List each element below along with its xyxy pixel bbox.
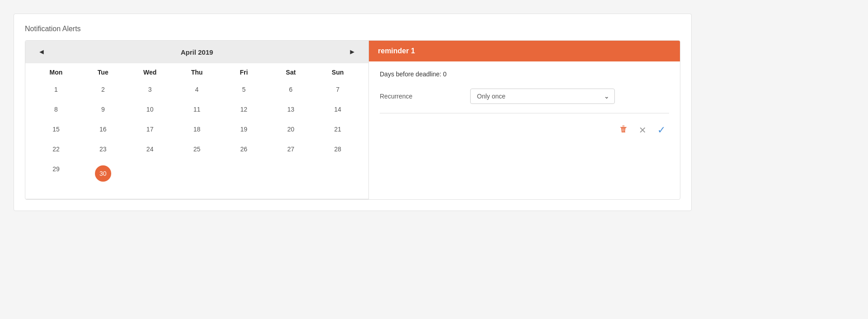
- reminder-actions: ✕ ✓: [380, 122, 669, 138]
- calendar-day-25[interactable]: 25: [174, 139, 221, 159]
- calendar-day-6[interactable]: 6: [267, 80, 314, 99]
- calendar-day-30[interactable]: 30: [80, 159, 127, 188]
- day-name-thu: Thu: [174, 69, 221, 76]
- calendar-day-11[interactable]: 11: [174, 99, 221, 119]
- calendar-day-14[interactable]: 14: [314, 99, 361, 119]
- calendar-day-empty-3: [220, 159, 267, 188]
- day-name-wed: Wed: [127, 69, 174, 76]
- calendar-day-29[interactable]: 29: [33, 159, 80, 188]
- calendar-header: ◄ April 2019 ►: [25, 41, 368, 63]
- main-container: Notification Alerts ◄ April 2019 ► Mon T…: [14, 14, 692, 211]
- calendar-day-28[interactable]: 28: [314, 139, 361, 159]
- calendar-weeks: 1 2 3 4 5 6 7 8 9 10 11 12: [33, 80, 361, 188]
- page-title: Notification Alerts: [25, 25, 680, 33]
- days-before-label: Days before deadline: 0: [380, 70, 447, 78]
- reminder-divider: [380, 113, 669, 113]
- calendar-day-13[interactable]: 13: [267, 99, 314, 119]
- calendar-day-15[interactable]: 15: [33, 119, 80, 139]
- calendar-day-26[interactable]: 26: [220, 139, 267, 159]
- calendar-day-23[interactable]: 23: [80, 139, 127, 159]
- calendar-next-button[interactable]: ►: [345, 46, 359, 58]
- reminder-header: reminder 1: [369, 41, 680, 61]
- calendar-month-title: April 2019: [181, 48, 213, 56]
- highlighted-day: 30: [95, 165, 111, 182]
- calendar-day-8[interactable]: 8: [33, 99, 80, 119]
- calendar-day-empty-1: [127, 159, 174, 188]
- recurrence-select[interactable]: Only once Daily Weekly Monthly: [470, 89, 615, 104]
- calendar-day-7[interactable]: 7: [314, 80, 361, 99]
- svg-rect-0: [620, 127, 627, 128]
- calendar-day-2[interactable]: 2: [80, 80, 127, 99]
- confirm-button[interactable]: ✓: [656, 122, 667, 138]
- calendar-day-empty-5: [314, 159, 361, 188]
- days-before-field: Days before deadline: 0: [380, 70, 669, 78]
- day-name-tue: Tue: [80, 69, 127, 76]
- calendar-week-3: 15 16 17 18 19 20 21: [33, 119, 361, 139]
- reminder-body: Days before deadline: 0 Recurrence Only …: [369, 61, 680, 199]
- reminder-title: reminder 1: [378, 47, 415, 55]
- calendar-footer-divider: [25, 199, 368, 199]
- main-layout: ◄ April 2019 ► Mon Tue Wed Thu Fri Sat S…: [25, 40, 680, 200]
- calendar-day-1[interactable]: 1: [33, 80, 80, 99]
- calendar-week-5: 29 30: [33, 159, 361, 188]
- calendar-day-20[interactable]: 20: [267, 119, 314, 139]
- calendar-day-5[interactable]: 5: [220, 80, 267, 99]
- delete-button[interactable]: [617, 123, 630, 138]
- recurrence-label: Recurrence: [380, 93, 470, 100]
- calendar-week-4: 22 23 24 25 26 27 28: [33, 139, 361, 159]
- calendar-day-19[interactable]: 19: [220, 119, 267, 139]
- day-name-sun: Sun: [314, 69, 361, 76]
- reminder-section: reminder 1 Days before deadline: 0 Recur…: [369, 41, 680, 199]
- calendar-day-21[interactable]: 21: [314, 119, 361, 139]
- calendar-day-24[interactable]: 24: [127, 139, 174, 159]
- calendar-day-27[interactable]: 27: [267, 139, 314, 159]
- calendar-day-9[interactable]: 9: [80, 99, 127, 119]
- calendar-day-4[interactable]: 4: [174, 80, 221, 99]
- calendar-days-header: Mon Tue Wed Thu Fri Sat Sun: [33, 63, 361, 80]
- calendar-day-18[interactable]: 18: [174, 119, 221, 139]
- checkmark-icon: ✓: [657, 124, 665, 136]
- cancel-button[interactable]: ✕: [637, 123, 648, 137]
- calendar-week-1: 1 2 3 4 5 6 7: [33, 80, 361, 99]
- x-icon: ✕: [639, 125, 646, 135]
- calendar-day-10[interactable]: 10: [127, 99, 174, 119]
- svg-rect-1: [623, 126, 625, 127]
- calendar-grid: Mon Tue Wed Thu Fri Sat Sun 1 2 3 4 5: [25, 63, 368, 195]
- day-name-sat: Sat: [267, 69, 314, 76]
- day-name-mon: Mon: [33, 69, 80, 76]
- trash-icon: [619, 125, 628, 134]
- calendar-day-empty-2: [174, 159, 221, 188]
- recurrence-row: Recurrence Only once Daily Weekly Monthl…: [380, 89, 669, 104]
- calendar-week-2: 8 9 10 11 12 13 14: [33, 99, 361, 119]
- calendar-day-16[interactable]: 16: [80, 119, 127, 139]
- calendar-day-3[interactable]: 3: [127, 80, 174, 99]
- recurrence-select-wrapper: Only once Daily Weekly Monthly ⌄: [470, 89, 615, 104]
- calendar-day-17[interactable]: 17: [127, 119, 174, 139]
- calendar-prev-button[interactable]: ◄: [34, 46, 49, 58]
- calendar-section: ◄ April 2019 ► Mon Tue Wed Thu Fri Sat S…: [25, 41, 369, 199]
- day-name-fri: Fri: [220, 69, 267, 76]
- calendar-day-12[interactable]: 12: [220, 99, 267, 119]
- calendar-day-22[interactable]: 22: [33, 139, 80, 159]
- calendar-day-empty-4: [267, 159, 314, 188]
